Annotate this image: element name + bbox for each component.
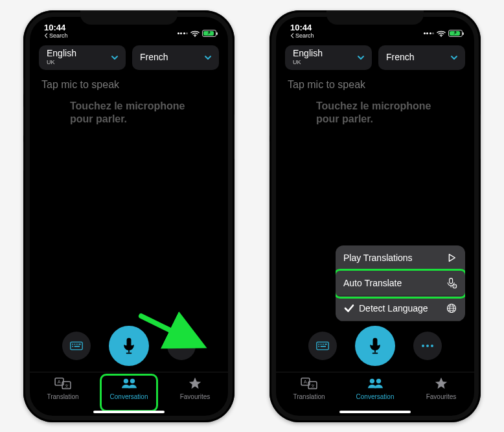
prompt-english: Tap mic to speak (288, 79, 463, 91)
prompt-french: Touchez le microphone pour parler. (70, 100, 200, 126)
mic-button[interactable] (355, 326, 395, 366)
check-icon (343, 302, 355, 314)
star-icon (186, 376, 204, 391)
conversation-icon (120, 376, 138, 391)
battery-icon: ⚡︎ (448, 30, 463, 37)
svg-text:文: 文 (311, 383, 315, 387)
mute-switch (269, 78, 270, 95)
keyboard-icon (70, 341, 83, 350)
star-icon (432, 376, 450, 391)
chevron-down-icon (356, 53, 365, 62)
svg-rect-5 (78, 343, 80, 345)
svg-rect-29 (318, 343, 319, 345)
tab-conversation[interactable]: Conversation (96, 376, 162, 411)
target-language-picker[interactable]: French (132, 45, 219, 70)
power-button (234, 114, 235, 159)
more-menu: Play Translations Auto Translate (336, 245, 465, 321)
status-time: 10:44 (44, 23, 68, 32)
menu-auto-translate[interactable]: Auto Translate (336, 271, 465, 296)
svg-rect-37 (372, 352, 378, 354)
target-language-name: French (386, 52, 415, 62)
source-language-name: English (293, 49, 323, 58)
svg-rect-7 (74, 346, 80, 347)
more-icon (176, 344, 187, 348)
svg-point-22 (453, 284, 457, 288)
mic-row (30, 320, 228, 372)
back-to-search[interactable]: Search (290, 33, 314, 39)
more-icon (422, 344, 433, 348)
source-language-sub: UK (47, 60, 76, 66)
source-language-sub: UK (293, 60, 323, 66)
mic-icon (122, 337, 136, 354)
tab-translation[interactable]: A 文 Translation (276, 376, 342, 411)
mic-button[interactable] (109, 326, 149, 366)
svg-text:文: 文 (65, 383, 69, 387)
power-button (480, 114, 481, 159)
target-language-name: French (140, 52, 168, 62)
prompt-english: Tap mic to speak (41, 79, 216, 91)
svg-rect-6 (72, 346, 73, 347)
chevron-left-icon (290, 33, 294, 38)
tab-favourites[interactable]: Favourites (162, 376, 228, 411)
target-language-picker[interactable]: French (378, 45, 465, 70)
volume-down (23, 141, 24, 171)
svg-rect-2 (72, 343, 73, 345)
keyboard-icon (316, 341, 329, 350)
tab-conversation-label: Conversation (110, 393, 148, 400)
language-row: English UK French (276, 39, 474, 74)
tab-favourites-label: Favourites (180, 393, 211, 400)
language-row: English UK French (30, 39, 228, 74)
volume-up (269, 106, 270, 136)
more-button[interactable] (167, 332, 196, 360)
svg-point-43 (376, 378, 381, 383)
svg-rect-32 (325, 343, 326, 345)
svg-rect-20 (450, 278, 453, 283)
svg-point-19 (441, 36, 442, 37)
svg-rect-4 (76, 343, 78, 345)
svg-point-42 (370, 378, 374, 383)
chevron-left-icon (44, 33, 48, 38)
source-language-name: English (47, 49, 76, 58)
home-indicator[interactable] (93, 411, 165, 413)
phone-right: 10:44 Search ⚡︎ (269, 10, 481, 422)
translation-icon: A 文 (54, 376, 72, 391)
notch (326, 10, 424, 25)
tab-translation-label: Translation (47, 393, 78, 400)
source-language-picker[interactable]: English UK (285, 45, 372, 70)
source-language-picker[interactable]: English UK (39, 45, 126, 70)
home-indicator[interactable] (339, 411, 411, 413)
svg-rect-34 (321, 346, 326, 347)
notch (80, 10, 178, 25)
more-button[interactable] (413, 332, 442, 360)
chevron-down-icon (450, 53, 459, 62)
keyboard-button[interactable] (62, 332, 91, 360)
mic-icon (368, 337, 382, 354)
svg-rect-30 (321, 343, 322, 345)
phone-left: 10:44 Search ⚡︎ (23, 10, 235, 422)
tab-favourites-label: Favourites (426, 393, 457, 400)
tab-translation[interactable]: A 文 Translation (30, 376, 96, 411)
cell-signal-icon (178, 32, 189, 34)
mute-switch (23, 78, 24, 95)
cell-signal-icon (424, 32, 435, 34)
svg-text:A: A (58, 379, 61, 385)
tab-favourites[interactable]: Favourites (408, 376, 474, 411)
back-to-search[interactable]: Search (44, 33, 68, 39)
keyboard-button[interactable] (308, 332, 337, 360)
chevron-down-icon (110, 53, 119, 62)
globe-icon (446, 302, 457, 314)
tab-conversation[interactable]: Conversation (342, 376, 408, 411)
menu-detect-language[interactable]: Detect Language (336, 296, 465, 321)
svg-rect-36 (374, 350, 376, 352)
tab-bar: A 文 Translation Conversation (276, 372, 474, 416)
svg-point-16 (124, 378, 128, 383)
svg-rect-10 (128, 350, 130, 352)
svg-point-17 (130, 378, 135, 383)
wifi-icon (437, 30, 446, 38)
wifi-icon (190, 30, 200, 38)
svg-text:A: A (304, 379, 307, 385)
volume-down (269, 141, 270, 171)
menu-play-translations[interactable]: Play Translations (336, 245, 465, 271)
volume-up (23, 106, 24, 136)
svg-rect-31 (323, 343, 324, 345)
